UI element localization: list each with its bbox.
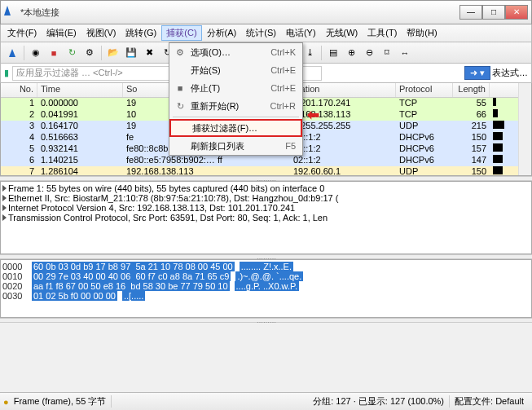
menu-编辑(E)[interactable]: 编辑(E) — [42, 25, 81, 41]
menu-分析(A)[interactable]: 分析(A) — [202, 25, 242, 41]
menu-跳转(G)[interactable]: 跳转(G) — [121, 25, 161, 41]
detail-line[interactable]: Frame 1: 55 bytes on wire (440 bits), 55… — [2, 183, 530, 193]
wireshark-icon — [4, 6, 17, 19]
zoom-out-icon[interactable]: ⊖ — [361, 45, 377, 61]
packet-bytes[interactable]: 000060 0b 03 0d b9 17 b8 97 5a 21 10 78 … — [0, 259, 532, 318]
menu-无线(W)[interactable]: 无线(W) — [321, 25, 363, 41]
menu-item-accel: Ctrl+R — [270, 101, 299, 111]
menu-工具(T)[interactable]: 工具(T) — [363, 25, 402, 41]
menu-item[interactable]: ⚙选项(O)…Ctrl+K — [169, 43, 302, 61]
statusbar-icon: ● — [3, 397, 9, 407]
menu-item-label: 选项(O)… — [187, 46, 270, 59]
open-file-icon[interactable]: 📂 — [105, 45, 121, 61]
column-header[interactable]: No. — [1, 83, 37, 97]
status-frame: Frame (frame), 55 字节 — [9, 395, 112, 408]
menu-item-icon: ■ — [173, 83, 187, 93]
minimize-button[interactable]: — — [459, 5, 482, 20]
menu-item-label: 捕获过滤器(F)… — [189, 122, 294, 134]
menu-item-label: 停止(T) — [187, 82, 270, 95]
menu-捕获(C)[interactable]: 捕获(C) — [161, 25, 201, 41]
capture-menu-dropdown: ⚙选项(O)…Ctrl+K开始(S)Ctrl+E■停止(T)Ctrl+E↻重新开… — [169, 42, 303, 156]
column-header[interactable]: Protocol — [396, 83, 453, 97]
menu-帮助(H)[interactable]: 帮助(H) — [402, 25, 442, 41]
detail-line[interactable]: Ethernet II, Src: BiostarM_21:10:78 (8b:… — [2, 193, 530, 203]
options-icon[interactable]: ⚙ — [81, 45, 98, 61]
menu-item-accel: Ctrl+E — [270, 65, 299, 75]
menu-item[interactable]: ■停止(T)Ctrl+E — [169, 79, 302, 97]
save-icon[interactable]: 💾 — [123, 45, 139, 61]
expand-icon[interactable] — [2, 195, 7, 201]
stop-capture-icon[interactable]: ■ — [46, 45, 62, 61]
menu-电话(Y)[interactable]: 电话(Y) — [281, 25, 321, 41]
menu-item[interactable]: 开始(S)Ctrl+E — [169, 61, 302, 79]
detail-line[interactable]: Transmission Control Protocol, Src Port:… — [2, 213, 530, 223]
maximize-button[interactable]: □ — [482, 5, 505, 20]
close-button[interactable]: ✕ — [505, 5, 528, 20]
menu-item[interactable]: ↻重新开始(R)Ctrl+R — [169, 97, 302, 115]
menu-item-label: 重新开始(R) — [187, 100, 270, 112]
menu-视图(V)[interactable]: 视图(V) — [81, 25, 121, 41]
menu-item-accel: Ctrl+K — [270, 47, 299, 57]
hex-row[interactable]: 001000 29 7e 03 40 00 40 06 60 f7 c0 a8 … — [2, 271, 530, 281]
zoom-in-icon[interactable]: ⊕ — [343, 45, 359, 61]
window-title: *本地连接 — [20, 7, 459, 19]
annotation-arrow-icon: ⬅ — [307, 106, 319, 124]
status-profile[interactable]: 配置文件: Default — [450, 395, 529, 408]
table-row[interactable]: 61.140215fe80::e5:7958:b902:… ff02::1:2D… — [1, 155, 531, 166]
detail-line[interactable]: Internet Protocol Version 4, Src: 192.16… — [2, 203, 530, 213]
hex-row[interactable]: 000060 0b 03 0d b9 17 b8 97 5a 21 10 78 … — [2, 262, 530, 271]
wireshark-logo-icon — [4, 45, 20, 61]
column-header[interactable]: ination — [290, 83, 396, 97]
hex-row[interactable]: 0020aa f1 f8 67 00 50 e8 16 bd 58 30 be … — [2, 281, 530, 291]
expand-icon[interactable] — [2, 205, 7, 211]
menu-统计(S)[interactable]: 统计(S) — [241, 25, 281, 41]
menu-文件(F)[interactable]: 文件(F) — [2, 25, 42, 41]
splitter[interactable]: ⋯⋯⋯ — [0, 318, 532, 323]
menu-item-label: 刷新接口列表 — [187, 140, 285, 152]
expand-icon[interactable] — [2, 214, 7, 221]
menu-item-accel: Ctrl+E — [270, 83, 299, 93]
expand-icon[interactable] — [2, 185, 7, 192]
filter-icon: ▮ — [4, 68, 9, 78]
close-file-icon[interactable]: ✖ — [141, 45, 157, 61]
table-row[interactable]: 71.286104192.168.138.113192.60.60.1UDP15… — [1, 166, 531, 176]
packet-details[interactable]: Frame 1: 55 bytes on wire (440 bits), 55… — [0, 181, 532, 254]
autoscroll-icon[interactable]: ⤓ — [301, 45, 318, 61]
status-packets: 分组: 127 · 已显示: 127 (100.0%) — [308, 395, 450, 408]
menu-item-icon: ⚙ — [173, 47, 187, 58]
colorize-icon[interactable]: ▤ — [325, 45, 341, 61]
scrollbar[interactable] — [518, 83, 531, 175]
menu-item-icon: ↻ — [173, 101, 187, 112]
column-header[interactable]: Length — [453, 83, 490, 97]
menu-item-accel: F5 — [285, 141, 299, 151]
column-header[interactable]: Time — [37, 83, 123, 97]
menu-item[interactable]: 捕获过滤器(F)… — [169, 119, 302, 137]
start-capture-icon[interactable]: ◉ — [28, 45, 44, 61]
zoom-reset-icon[interactable]: ⌑ — [379, 45, 395, 61]
menu-item[interactable]: 刷新接口列表F5 — [169, 137, 302, 155]
menu-item-label: 开始(S) — [187, 64, 270, 77]
expression-label[interactable]: 表达式… — [492, 67, 528, 79]
hex-row[interactable]: 003001 02 5b f0 00 00 00..[..... — [2, 291, 530, 301]
resize-cols-icon[interactable]: ↔ — [397, 45, 413, 61]
restart-capture-icon[interactable]: ↻ — [64, 45, 80, 61]
expression-button[interactable]: ➜ ▾ — [464, 66, 490, 80]
